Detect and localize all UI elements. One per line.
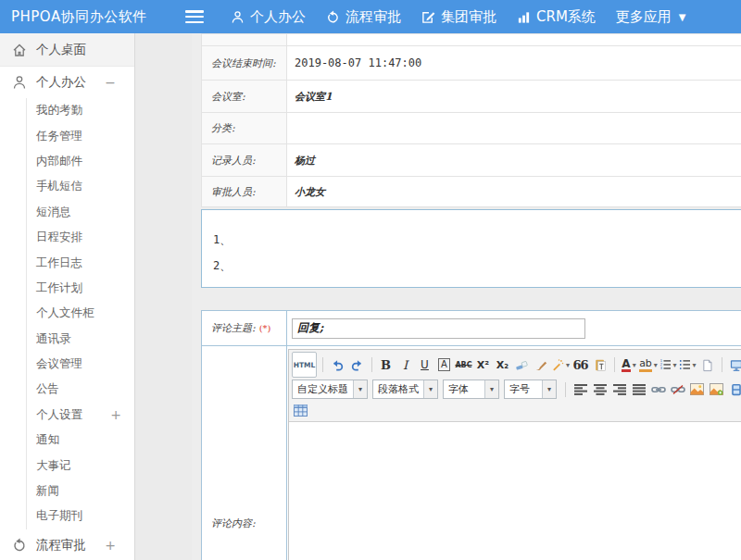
nav-label: 流程审批 — [345, 8, 401, 26]
table-row: 评论主题:(*) — [202, 311, 741, 346]
sidebar-item-mobile-sms[interactable]: 手机短信 — [27, 174, 134, 199]
comment-form-table: 评论主题:(*) 评论内容: HTML — [201, 310, 741, 560]
flow-arrow-icon — [12, 537, 28, 553]
sidebar-item-memorabilia[interactable]: 大事记 — [27, 453, 134, 478]
table-row: 分类: — [202, 113, 741, 144]
sidebar-item-internal-mail[interactable]: 内部邮件 — [27, 149, 134, 174]
caret-down-icon: ▾ — [484, 380, 498, 398]
editor-toolbar-row1: HTML B I U A ABC X² X₂ — [289, 350, 741, 380]
italic-button[interactable]: I — [396, 355, 414, 374]
strikethrough-button[interactable]: ABC — [455, 355, 472, 374]
unlink-button[interactable] — [669, 380, 686, 399]
fullscreen-button[interactable] — [727, 355, 741, 374]
main-content: 会议结束时间: 2019-08-07 11:47:00 会议室: 会议室1 分类… — [192, 33, 741, 560]
sidebar-item-e-journal[interactable]: 电子期刊 — [27, 504, 134, 529]
caret-down-icon: ▼ — [679, 12, 686, 22]
align-right-button[interactable] — [610, 380, 628, 399]
highlight-color-button[interactable]: ab▾ — [640, 355, 658, 374]
comment-subject-label: 评论主题: — [211, 322, 256, 334]
sidebar-item-label: 工作计划 — [36, 280, 82, 296]
hamburger-menu-button[interactable] — [185, 10, 204, 23]
sidebar-item-my-attendance[interactable]: 我的考勤 — [27, 98, 134, 123]
nav-crm-system[interactable]: CRM系统 — [517, 8, 596, 26]
paragraph-format-select[interactable]: 段落格式▾ — [372, 380, 438, 399]
sidebar-item-meeting-management[interactable]: 会议管理 — [27, 352, 134, 377]
caret-down-icon: ▾ — [672, 361, 676, 369]
field-label: 审批人员: — [202, 177, 287, 207]
sidebar-item-workflow-approval[interactable]: 流程审批 + — [0, 529, 134, 560]
caret-down-icon: ▾ — [423, 380, 437, 398]
personal-office-submenu: 我的考勤 任务管理 内部邮件 手机短信 短消息 日程安排 工作日志 工作计划 个… — [26, 98, 134, 529]
font-size-select[interactable]: 字号▾ — [504, 380, 557, 399]
meeting-content-box: 1、 2、 — [201, 209, 741, 288]
underline-button[interactable]: U — [416, 355, 433, 374]
comment-subject-input[interactable] — [292, 318, 585, 339]
sidebar-item-personal-settings[interactable]: 个人设置+ — [27, 403, 134, 428]
auto-format-button[interactable]: ▾ — [552, 355, 570, 374]
blockquote-button[interactable]: 66 — [571, 355, 589, 374]
font-color-button[interactable]: A▾ — [621, 355, 638, 374]
insert-link-button[interactable] — [649, 380, 667, 399]
table-row: 评论内容: HTML B I U — [202, 346, 741, 560]
sidebar-item-label: 流程审批 — [36, 537, 86, 554]
ordered-list-button[interactable]: 123▾ — [659, 355, 677, 374]
sidebar-item-schedule[interactable]: 日程安排 — [27, 225, 134, 250]
sidebar-item-label: 日程安排 — [36, 230, 82, 245]
redo-button[interactable] — [348, 355, 366, 374]
sidebar-item-work-log[interactable]: 工作日志 — [27, 250, 134, 275]
undo-button[interactable] — [329, 355, 346, 374]
unordered-list-button[interactable]: ▾ — [679, 355, 697, 374]
insert-media-button[interactable] — [727, 380, 741, 399]
sidebar-item-work-plan[interactable]: 工作计划 — [27, 276, 134, 301]
comment-content-label: 评论内容: — [202, 346, 287, 560]
paste-text-button[interactable] — [591, 355, 609, 374]
font-border-button[interactable]: A — [435, 355, 453, 374]
bold-button[interactable]: B — [377, 355, 395, 374]
font-family-select[interactable]: 字体▾ — [443, 380, 499, 399]
sidebar-item-personal-file-cabinet[interactable]: 个人文件柜 — [27, 301, 134, 326]
expand-icon: + — [110, 407, 121, 422]
align-left-button[interactable] — [571, 380, 589, 399]
table-row: 记录人员: 杨过 — [202, 144, 741, 177]
nav-workflow-approval[interactable]: 流程审批 — [326, 8, 401, 26]
remove-format-button[interactable] — [513, 355, 531, 374]
edit-square-icon — [421, 10, 435, 24]
app-title: PHPOA协同办公软件 — [0, 8, 185, 26]
caret-down-icon: ▾ — [633, 361, 636, 369]
editor-toolbar-row2: 自定义标题▾ 段落格式▾ 字体▾ 字号▾ — [289, 380, 741, 401]
heading-select[interactable]: 自定义标题▾ — [292, 380, 368, 399]
superscript-button[interactable]: X² — [474, 355, 492, 374]
nav-more-apps[interactable]: 更多应用 ▼ — [616, 8, 686, 26]
insert-page-button[interactable] — [698, 355, 716, 374]
format-brush-button[interactable] — [533, 355, 550, 374]
sidebar-item-label: 个人办公 — [36, 74, 86, 91]
upload-image-button[interactable] — [708, 380, 725, 399]
sidebar-item-notification[interactable]: 通知 — [27, 428, 134, 453]
sidebar-item-label: 内部邮件 — [36, 154, 82, 169]
sidebar-item-news[interactable]: 新闻 — [27, 479, 134, 504]
sidebar-item-personal-desktop[interactable]: 个人桌面 — [0, 33, 134, 67]
sidebar-item-task-management[interactable]: 任务管理 — [27, 123, 134, 148]
editor-content-area[interactable] — [289, 421, 741, 560]
html-source-button[interactable]: HTML — [292, 352, 317, 378]
align-justify-button[interactable] — [630, 380, 647, 399]
sidebar-item-label: 任务管理 — [36, 129, 82, 144]
nav-personal-office[interactable]: 个人办公 — [231, 8, 306, 26]
sidebar-item-announcement[interactable]: 公告 — [27, 377, 134, 402]
content-gutter — [134, 33, 193, 560]
sidebar-item-short-message[interactable]: 短消息 — [27, 200, 134, 225]
sidebar-item-contacts[interactable]: 通讯录 — [27, 327, 134, 352]
nav-group-approval[interactable]: 集团审批 — [421, 8, 496, 26]
content-line: 1、 — [202, 227, 741, 253]
meeting-info-table: 会议结束时间: 2019-08-07 11:47:00 会议室: 会议室1 分类… — [201, 33, 741, 207]
subscript-button[interactable]: X₂ — [494, 355, 511, 374]
insert-image-button[interactable] — [688, 380, 706, 399]
nav-label: 个人办公 — [250, 8, 306, 26]
flow-arrow-icon — [326, 10, 340, 24]
content-line: 2、 — [202, 253, 741, 279]
align-center-button[interactable] — [591, 380, 609, 399]
insert-table-button[interactable] — [292, 401, 309, 419]
sidebar-item-personal-office[interactable]: 个人办公 − — [0, 67, 134, 98]
required-mark: (*) — [259, 323, 271, 333]
sidebar: 个人桌面 个人办公 − 我的考勤 任务管理 内部邮件 手机短信 短消息 日程安排… — [0, 33, 134, 560]
